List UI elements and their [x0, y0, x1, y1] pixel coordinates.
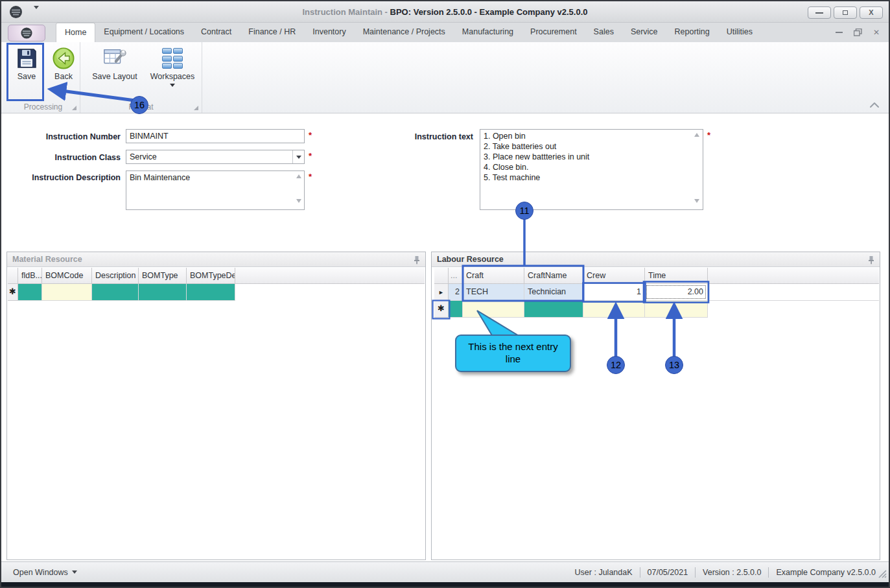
annotation-circle-11: 11 [515, 202, 533, 220]
instruction-text-required-marker: * [707, 130, 710, 140]
next-entry-callout: This is the next entry line [455, 335, 571, 372]
open-windows-label: Open Windows [13, 568, 68, 577]
window-title: Instruction Maintain - BPO: Version 2.5.… [1, 1, 889, 23]
new-cell-bomtype[interactable] [139, 284, 187, 301]
tab-procurement[interactable]: Procurement [522, 23, 585, 42]
instruction-description-textarea[interactable]: Bin Maintenance [126, 171, 305, 210]
instruction-text-label: Instruction text [400, 132, 473, 141]
scroll-down-icon[interactable] [694, 199, 699, 203]
new-cell-craft[interactable] [463, 301, 524, 318]
current-row-indicator: ► [434, 284, 449, 301]
column-header-dots[interactable]: ... [449, 268, 463, 284]
instruction-text-textarea[interactable]: 1. Open bin 2. Take batteries out 3. Pla… [480, 129, 703, 210]
open-windows-button[interactable]: Open Windows [13, 562, 77, 582]
tab-inventory[interactable]: Inventory [304, 23, 354, 42]
tab-service[interactable]: Service [622, 23, 666, 42]
instruction-class-label: Instruction Class [19, 153, 121, 162]
tab-home[interactable]: Home [56, 23, 95, 42]
cell-crew[interactable]: 1 [583, 284, 645, 301]
new-row-indicator: ✱ [434, 301, 449, 318]
row-filler-cell [708, 301, 879, 318]
column-header-description[interactable]: Description [92, 268, 139, 284]
row-filler-cell [235, 284, 425, 301]
column-header-bomcode[interactable]: BOMCode [42, 268, 92, 284]
application-menu-button[interactable] [8, 25, 45, 41]
pushpin-icon[interactable] [868, 255, 874, 266]
instruction-description-required-marker: * [309, 172, 312, 182]
resize-grip[interactable] [878, 570, 887, 580]
scroll-up-icon[interactable] [694, 133, 699, 137]
save-button-label: Save [9, 72, 44, 81]
tab-maintenance-projects[interactable]: Maintenance / Projects [355, 23, 454, 42]
app-logo-icon [20, 27, 33, 40]
tab-finance-hr[interactable]: Finance / HR [240, 23, 304, 42]
scroll-down-icon[interactable] [296, 199, 301, 203]
new-cell-craftname[interactable] [524, 301, 583, 318]
header-filler-cell [708, 268, 879, 284]
processing-dialog-launcher-icon[interactable] [72, 106, 76, 110]
new-cell-time[interactable] [645, 301, 708, 318]
save-floppy-icon [15, 47, 38, 70]
pushpin-icon[interactable] [414, 255, 420, 266]
mdi-minimize-button[interactable] [836, 32, 843, 33]
cell-craft[interactable]: TECH [463, 284, 524, 301]
status-separator [768, 567, 769, 578]
save-button[interactable]: Save [9, 45, 44, 102]
workspaces-button-label: Workspaces [145, 72, 200, 81]
maximize-icon [843, 10, 848, 15]
column-header-bomtypede[interactable]: BOMTypeDe... [187, 268, 235, 284]
column-header-time[interactable]: Time [645, 268, 708, 284]
labour-resource-grid: ... Craft CraftName Crew Time ► 2 TECH T… [434, 268, 879, 318]
format-dialog-launcher-icon[interactable] [194, 106, 198, 110]
instruction-class-required-marker: * [309, 151, 312, 161]
mdi-restore-button[interactable] [854, 29, 862, 36]
close-button[interactable]: X [860, 6, 883, 19]
column-header-craft[interactable]: Craft [463, 268, 524, 284]
collapse-ribbon-button[interactable] [869, 101, 880, 110]
cell-row-number[interactable]: 2 [449, 284, 463, 301]
back-button[interactable]: Back [47, 45, 80, 102]
status-separator [695, 567, 696, 578]
scroll-up-icon[interactable] [296, 174, 301, 178]
app-window: Instruction Maintain - BPO: Version 2.5.… [0, 0, 890, 588]
tab-manufacturing[interactable]: Manufacturing [454, 23, 522, 42]
new-cell-bomtypede[interactable] [187, 284, 235, 301]
maximize-button[interactable] [834, 6, 857, 19]
annotation-circle-16: 16 [130, 96, 148, 114]
column-header-crew[interactable]: Crew [583, 268, 645, 284]
material-grid-new-row: ✱ [8, 284, 425, 301]
instruction-class-dropdown-button[interactable] [292, 150, 304, 163]
cell-craftname[interactable]: Technician [524, 284, 583, 301]
instruction-class-value: Service [130, 152, 157, 161]
cell-time[interactable]: 2.00 [645, 284, 708, 301]
tab-equipment-locations[interactable]: Equipment / Locations [95, 23, 193, 42]
tab-utilities[interactable]: Utilities [718, 23, 761, 42]
instruction-number-input[interactable]: BINMAINT [126, 129, 305, 143]
new-cell-description[interactable] [92, 284, 139, 301]
new-cell-fldb[interactable] [18, 284, 42, 301]
status-separator [640, 567, 640, 578]
material-grid-header-row: fldB... BOMCode Description BOMType BOMT… [8, 268, 425, 284]
workspaces-button[interactable]: Workspaces [145, 45, 200, 102]
tab-contract[interactable]: Contract [193, 23, 240, 42]
column-header-bomtype[interactable]: BOMType [139, 268, 187, 284]
status-bar-info: User : JulandaK 07/05/2021 Version : 2.5… [575, 562, 876, 582]
tab-reporting[interactable]: Reporting [666, 23, 718, 42]
new-cell-crew[interactable] [583, 301, 645, 318]
new-cell-row-number[interactable] [449, 301, 463, 318]
mdi-close-button[interactable]: ✕ [873, 29, 880, 36]
mdi-restore-icon [854, 29, 862, 36]
column-header-fldb[interactable]: fldB... [18, 268, 42, 284]
new-cell-bomcode[interactable] [42, 284, 92, 301]
annotation-circle-13: 13 [665, 356, 683, 374]
back-arrow-icon [52, 47, 75, 70]
tab-sales[interactable]: Sales [585, 23, 622, 42]
column-header-craftname[interactable]: CraftName [524, 268, 583, 284]
minimize-icon [815, 12, 823, 14]
mdi-minimize-icon [836, 32, 843, 33]
instruction-class-combobox[interactable]: Service [126, 150, 305, 164]
minimize-button[interactable] [808, 6, 831, 19]
row-header-cell [8, 268, 18, 284]
title-bar: Instruction Maintain - BPO: Version 2.5.… [1, 1, 889, 23]
save-layout-button[interactable]: Save Layout [87, 45, 143, 102]
